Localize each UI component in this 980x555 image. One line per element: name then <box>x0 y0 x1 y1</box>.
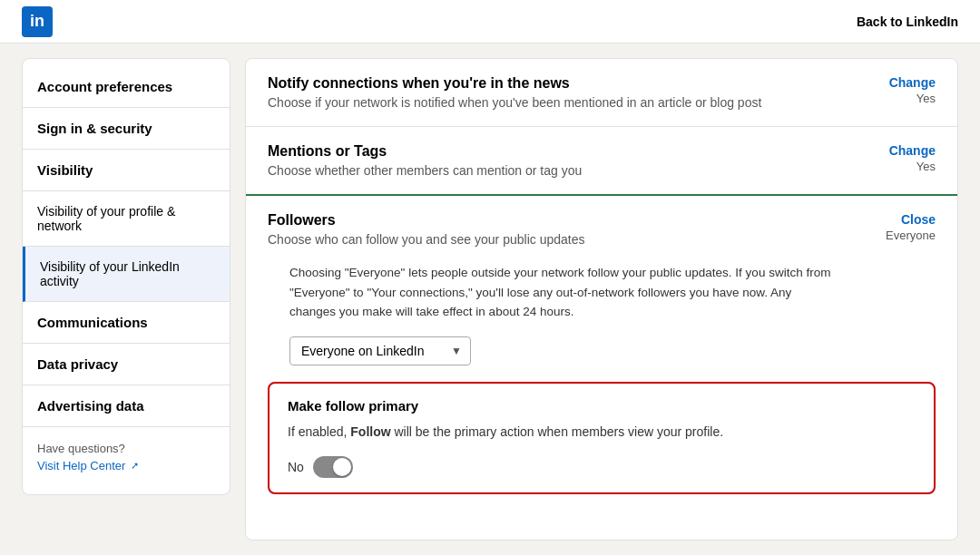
notify-connections-desc: Choose if your network is notified when … <box>268 95 863 110</box>
mentions-tags-left: Mentions or Tags Choose whether other me… <box>268 143 863 178</box>
followers-status: Everyone <box>886 229 936 242</box>
have-questions-label: Have questions? <box>37 442 215 455</box>
followers-right: Close Everyone <box>863 212 936 242</box>
mentions-tags-change-btn[interactable]: Change <box>889 143 936 158</box>
followers-close-btn[interactable]: Close <box>901 212 936 227</box>
followers-desc: Choose who can follow you and see your p… <box>268 232 584 247</box>
followers-dropdown[interactable]: Everyone on LinkedIn Your connections on… <box>289 336 471 365</box>
content-area: Notify connections when you're in the ne… <box>245 58 958 540</box>
toggle-row: No <box>288 456 916 478</box>
linkedin-logo: in <box>22 6 53 37</box>
mentions-tags-status: Yes <box>916 160 936 173</box>
sidebar: Account preferences Sign in & security V… <box>22 58 230 495</box>
header: in Back to LinkedIn <box>0 0 980 44</box>
sidebar-item-data-privacy[interactable]: Data privacy <box>23 344 230 385</box>
follow-primary-toggle[interactable] <box>313 456 353 478</box>
visit-help-center-link[interactable]: Visit Help Center ➚ <box>37 459 215 472</box>
sidebar-footer: Have questions? Visit Help Center ➚ <box>23 427 230 487</box>
notify-connections-status: Yes <box>916 92 936 105</box>
toggle-thumb <box>333 458 351 476</box>
sidebar-item-sign-in-security[interactable]: Sign in & security <box>23 108 230 150</box>
followers-section: Followers Choose who can follow you and … <box>246 196 957 525</box>
toggle-no-label: No <box>288 460 304 474</box>
followers-dropdown-wrapper: Everyone on LinkedIn Your connections on… <box>289 336 936 365</box>
make-follow-primary-card: Make follow primary If enabled, Follow w… <box>268 382 936 494</box>
card-desc-before: If enabled, <box>288 424 350 439</box>
make-follow-primary-title: Make follow primary <box>288 398 916 414</box>
card-desc-after: will be the primary action when members … <box>391 424 723 439</box>
followers-info-text: Choosing "Everyone" lets people outside … <box>289 263 834 322</box>
mentions-tags-desc: Choose whether other members can mention… <box>268 163 863 178</box>
notify-connections-right: Change Yes <box>863 75 936 105</box>
card-desc-bold: Follow <box>350 424 390 439</box>
sidebar-item-visibility[interactable]: Visibility <box>23 150 230 191</box>
mentions-tags-title: Mentions or Tags <box>268 143 863 160</box>
notify-connections-section: Notify connections when you're in the ne… <box>246 59 957 127</box>
toggle-track <box>313 456 353 478</box>
sidebar-item-communications[interactable]: Communications <box>23 302 230 344</box>
mentions-tags-section: Mentions or Tags Choose whether other me… <box>246 127 957 196</box>
make-follow-primary-desc: If enabled, Follow will be the primary a… <box>288 423 916 442</box>
external-link-icon: ➚ <box>131 460 139 472</box>
followers-title: Followers <box>268 212 584 229</box>
followers-left: Followers Choose who can follow you and … <box>268 212 584 259</box>
notify-connections-change-btn[interactable]: Change <box>889 75 936 90</box>
sidebar-item-visibility-linkedin-activity[interactable]: Visibility of your LinkedIn activity <box>23 247 230 302</box>
followers-dropdown-container: Everyone on LinkedIn Your connections on… <box>289 336 471 365</box>
help-center-label: Visit Help Center <box>37 459 125 472</box>
back-to-linkedin-link[interactable]: Back to LinkedIn <box>857 15 958 29</box>
main-layout: Account preferences Sign in & security V… <box>0 44 980 555</box>
sidebar-item-visibility-profile-network[interactable]: Visibility of your profile & network <box>23 191 230 247</box>
sidebar-item-advertising-data[interactable]: Advertising data <box>23 385 230 427</box>
notify-connections-title: Notify connections when you're in the ne… <box>268 75 863 92</box>
notify-connections-left: Notify connections when you're in the ne… <box>268 75 863 110</box>
mentions-tags-right: Change Yes <box>863 143 936 173</box>
followers-header: Followers Choose who can follow you and … <box>268 212 936 259</box>
sidebar-item-account-preferences[interactable]: Account preferences <box>23 66 230 108</box>
